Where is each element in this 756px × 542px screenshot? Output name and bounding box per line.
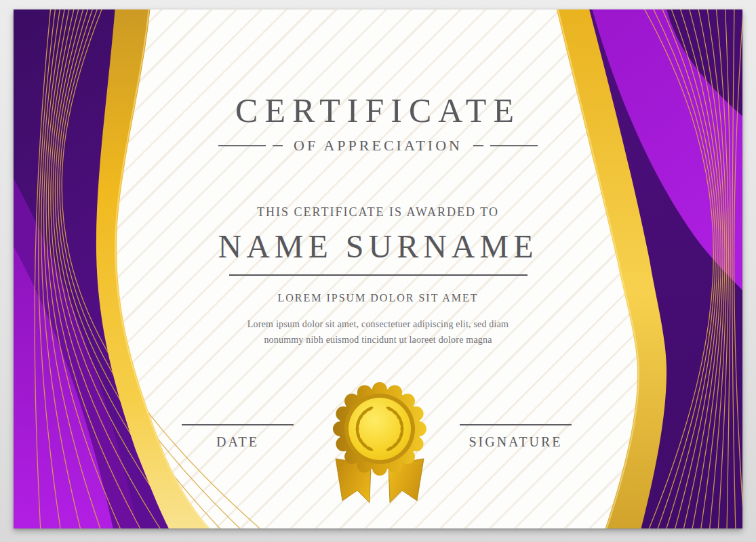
date-line xyxy=(182,424,294,425)
signature-label: SIGNATURE xyxy=(460,434,572,450)
subtitle-left-long-dash xyxy=(218,145,266,146)
desktop-background: CERTIFICATE OF APPRECIATION THIS CERTIFI… xyxy=(0,0,756,542)
certificate-subtitle: OF APPRECIATION xyxy=(290,137,466,154)
subtitle-left-short-dash xyxy=(273,145,283,146)
tagline: LOREM IPSUM DOLOR SIT AMET xyxy=(14,292,742,304)
certificate-subtitle-row: OF APPRECIATION xyxy=(14,137,742,154)
signature-block: SIGNATURE xyxy=(460,424,572,450)
subtitle-right-short-dash xyxy=(473,145,483,146)
body-text: Lorem ipsum dolor sit amet, consectetuer… xyxy=(235,317,521,348)
subtitle-right-long-dash xyxy=(490,145,538,146)
recipient-name-underline xyxy=(229,274,528,276)
date-block: DATE xyxy=(182,424,294,450)
signature-line xyxy=(460,424,572,425)
certificate-title: CERTIFICATE xyxy=(14,91,742,130)
certificate-page: CERTIFICATE OF APPRECIATION THIS CERTIFI… xyxy=(14,9,742,528)
recipient-name: NAME SURNAME xyxy=(14,228,742,265)
awarded-to-line: THIS CERTIFICATE IS AWARDED TO xyxy=(14,205,742,220)
certificate-content: CERTIFICATE OF APPRECIATION THIS CERTIFI… xyxy=(14,9,742,528)
date-label: DATE xyxy=(182,434,294,450)
